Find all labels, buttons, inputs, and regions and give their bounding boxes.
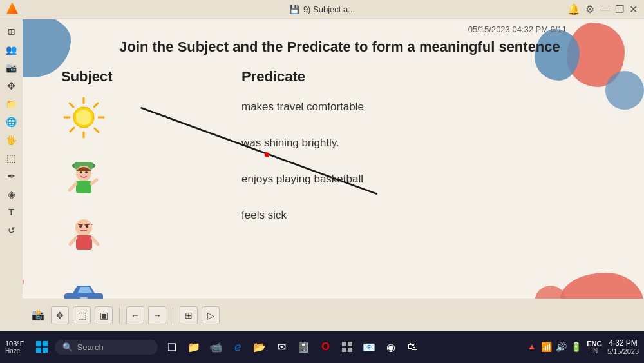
svg-rect-41 <box>342 348 346 352</box>
sidebar-icon-camera[interactable]: 📷 <box>5 61 19 75</box>
predicate-item-3[interactable]: enjoys playing basketball <box>242 170 618 188</box>
search-bar[interactable]: 🔍 Search <box>55 340 158 355</box>
title-text: 9) Subject a... <box>303 5 355 14</box>
sidebar-icon-globe[interactable]: 🌐 <box>5 115 19 129</box>
svg-point-13 <box>80 171 82 173</box>
forward-btn[interactable]: → <box>148 306 166 324</box>
close-button[interactable]: ✕ <box>629 3 638 15</box>
system-tray: 🔺 📶 🔊 🔋 <box>526 342 582 352</box>
subject-label: Subject <box>61 68 190 85</box>
search-placeholder: Search <box>77 342 103 352</box>
subject-sun[interactable] <box>61 95 106 140</box>
search-icon: 🔍 <box>62 342 73 352</box>
taskbar-outlook[interactable]: 📧 <box>360 338 378 356</box>
svg-rect-35 <box>36 341 41 346</box>
sidebar-icon-grid[interactable]: ⊞ <box>5 25 19 39</box>
svg-rect-40 <box>348 342 352 346</box>
svg-point-14 <box>85 171 88 173</box>
start-button[interactable] <box>32 337 52 357</box>
predicate-column: Predicate makes travel comfortable was s… <box>190 68 618 313</box>
tray-volume[interactable]: 🔊 <box>556 342 567 352</box>
temperature: 103°F <box>5 340 24 348</box>
taskbar-right-area: 🔺 📶 🔊 🔋 ENG IN 4:32 PM 5/15/2023 <box>526 338 639 355</box>
sidebar-icon-text[interactable]: T <box>5 205 19 219</box>
screenshot-icon[interactable]: 📸 <box>29 306 47 324</box>
crop-btn[interactable]: ▣ <box>95 306 113 324</box>
weather-widget: 103°F Haze <box>5 340 24 355</box>
sidebar-icon-shape[interactable]: ◈ <box>5 187 19 201</box>
taskbar-store[interactable]: 🛍 <box>404 338 422 356</box>
taskbar-mail[interactable]: ✉ <box>272 338 290 356</box>
datetime-display: 05/15/2023 04:32 PM 9/11 <box>468 25 567 34</box>
svg-line-25 <box>92 238 98 244</box>
bell-icon[interactable]: 🔔 <box>567 3 580 15</box>
taskbar-onenote[interactable]: 📓 <box>294 338 312 356</box>
taskbar-chrome[interactable]: ◉ <box>382 338 400 356</box>
tray-chevron[interactable]: 🔺 <box>526 342 537 352</box>
title-bar: 💾 9) Subject a... 🔔 ⚙ — ❐ ✕ <box>0 0 644 19</box>
window-controls: 🔔 ⚙ — ❐ ✕ <box>567 3 638 15</box>
taskbar-teams[interactable]: 📹 <box>207 338 225 356</box>
taskbar-app-icons: ❑ 📁 📹 ℯ 📂 ✉ 📓 O 📧 ◉ 🛍 <box>163 338 422 356</box>
svg-point-9 <box>76 110 91 125</box>
bottom-toolbar: 📸 ✥ ⬚ ▣ ← → ⊞ ▷ <box>23 299 644 331</box>
app-icon-area <box>6 3 18 17</box>
sidebar-icon-hand[interactable]: 🖐 <box>5 133 19 147</box>
taskbar-opera[interactable]: O <box>316 338 334 356</box>
sidebar-icon-select[interactable]: ⬚ <box>5 151 19 165</box>
svg-rect-42 <box>348 348 352 352</box>
svg-rect-39 <box>342 342 346 346</box>
app-icon <box>6 3 18 14</box>
svg-line-24 <box>70 238 76 244</box>
taskbar-task-view[interactable]: ❑ <box>163 338 181 356</box>
sidebar-icon-pen[interactable]: ✒ <box>5 169 19 183</box>
taskbar-windows-grid[interactable] <box>338 338 356 356</box>
subject-person-hat[interactable] <box>61 153 106 198</box>
subject-items <box>61 95 190 314</box>
language-indicator[interactable]: ENG IN <box>587 340 602 355</box>
minimize-button[interactable]: — <box>600 4 610 15</box>
predicate-item-4[interactable]: feels sick <box>242 206 618 224</box>
svg-rect-38 <box>43 348 48 353</box>
exercise-area: Subject <box>61 68 618 313</box>
slide-content: Join the Subject and the Predicate to fo… <box>23 19 644 331</box>
person-hat-svg <box>64 153 103 198</box>
svg-point-18 <box>75 219 92 236</box>
window-title: 💾 9) Subject a... <box>289 5 355 14</box>
svg-rect-37 <box>36 348 41 353</box>
subject-column: Subject <box>61 68 190 313</box>
predicate-item-2[interactable]: was shining brightly. <box>242 134 618 152</box>
svg-rect-23 <box>76 235 92 250</box>
svg-point-20 <box>86 225 88 228</box>
insert-btn[interactable]: ⬚ <box>73 306 91 324</box>
sidebar-icon-move[interactable]: ✥ <box>5 79 19 93</box>
taskbar-explorer2[interactable]: 📂 <box>251 338 269 356</box>
tray-battery[interactable]: 🔋 <box>571 342 582 352</box>
svg-line-17 <box>91 180 97 184</box>
svg-line-16 <box>70 184 76 190</box>
taskbar-edge[interactable]: ℯ <box>229 338 247 356</box>
add-slide-btn[interactable]: ⊞ <box>180 306 198 324</box>
boy-svg <box>66 211 102 256</box>
main-title: Join the Subject and the Predicate to fo… <box>61 39 618 55</box>
move-tool-btn[interactable]: ✥ <box>51 306 69 324</box>
tray-wifi[interactable]: 📶 <box>541 342 552 352</box>
taskbar-file-explorer[interactable]: 📁 <box>185 338 203 356</box>
title-icon: 💾 <box>289 5 299 14</box>
svg-line-7 <box>70 128 74 132</box>
restore-button[interactable]: ❐ <box>615 3 624 15</box>
sidebar-icon-people[interactable]: 👥 <box>5 43 19 57</box>
sidebar-icon-folder[interactable]: 📁 <box>5 97 19 111</box>
predicate-item-1[interactable]: makes travel comfortable <box>242 98 618 116</box>
back-btn[interactable]: ← <box>126 306 144 324</box>
settings-icon[interactable]: ⚙ <box>585 3 594 15</box>
taskbar: 103°F Haze 🔍 Search ❑ 📁 📹 ℯ 📂 ✉ 📓 O <box>0 331 644 363</box>
sidebar-icon-undo[interactable]: ↺ <box>5 223 19 237</box>
svg-line-6 <box>94 103 98 107</box>
toolbar-separator-1 <box>119 308 120 323</box>
present-btn[interactable]: ▷ <box>202 306 220 324</box>
subject-boy[interactable] <box>61 211 106 256</box>
svg-rect-15 <box>76 181 91 193</box>
svg-line-5 <box>95 128 99 132</box>
system-clock[interactable]: 4:32 PM 5/15/2023 <box>607 338 639 355</box>
